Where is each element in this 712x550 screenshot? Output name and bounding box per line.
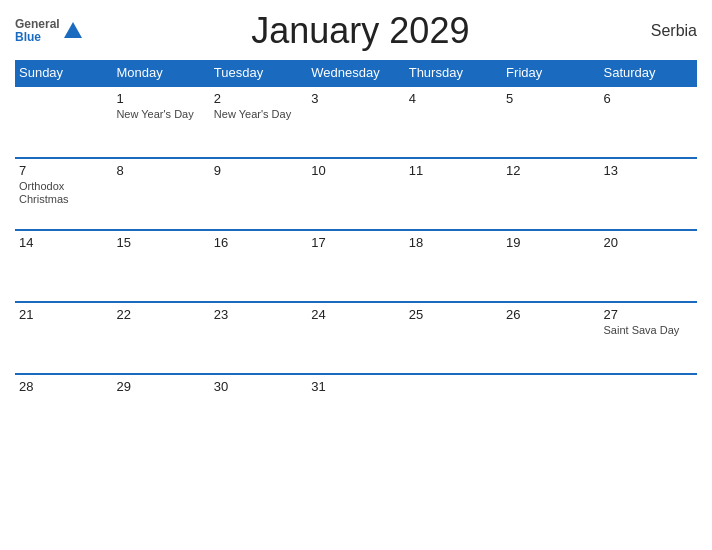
- day-cell: 19: [502, 230, 599, 302]
- day-cell: 3: [307, 86, 404, 158]
- calendar-title: January 2029: [84, 10, 637, 52]
- day-number: 28: [19, 379, 108, 394]
- day-number: 16: [214, 235, 303, 250]
- logo-blue-text: Blue: [15, 31, 60, 44]
- day-number: 20: [604, 235, 693, 250]
- holiday-name: Saint Sava Day: [604, 324, 693, 337]
- day-number: 2: [214, 91, 303, 106]
- day-cell: 31: [307, 374, 404, 446]
- weekday-header-wednesday: Wednesday: [307, 60, 404, 86]
- day-cell: 9: [210, 158, 307, 230]
- day-number: 4: [409, 91, 498, 106]
- day-cell: 22: [112, 302, 209, 374]
- week-row-2: 7Orthodox Christmas8910111213: [15, 158, 697, 230]
- day-number: 11: [409, 163, 498, 178]
- day-number: 27: [604, 307, 693, 322]
- day-cell: 7Orthodox Christmas: [15, 158, 112, 230]
- day-cell: 30: [210, 374, 307, 446]
- holiday-name: Orthodox Christmas: [19, 180, 108, 206]
- day-cell: 26: [502, 302, 599, 374]
- day-cell: 23: [210, 302, 307, 374]
- day-cell: [15, 86, 112, 158]
- day-number: 12: [506, 163, 595, 178]
- day-cell: 14: [15, 230, 112, 302]
- day-number: 26: [506, 307, 595, 322]
- day-number: 6: [604, 91, 693, 106]
- weekday-header-monday: Monday: [112, 60, 209, 86]
- day-cell: 15: [112, 230, 209, 302]
- weekday-header-tuesday: Tuesday: [210, 60, 307, 86]
- day-cell: 29: [112, 374, 209, 446]
- holiday-name: New Year's Day: [214, 108, 303, 121]
- day-cell: 10: [307, 158, 404, 230]
- weekday-header-row: SundayMondayTuesdayWednesdayThursdayFrid…: [15, 60, 697, 86]
- day-cell: [502, 374, 599, 446]
- day-number: 18: [409, 235, 498, 250]
- day-number: 17: [311, 235, 400, 250]
- day-cell: 8: [112, 158, 209, 230]
- day-number: 14: [19, 235, 108, 250]
- day-cell: 16: [210, 230, 307, 302]
- day-cell: [600, 374, 697, 446]
- day-cell: 11: [405, 158, 502, 230]
- calendar-container: General Blue January 2029 Serbia SundayM…: [0, 0, 712, 550]
- country-label: Serbia: [637, 22, 697, 40]
- day-number: 15: [116, 235, 205, 250]
- day-cell: 18: [405, 230, 502, 302]
- day-number: 5: [506, 91, 595, 106]
- day-cell: 4: [405, 86, 502, 158]
- weekday-header-sunday: Sunday: [15, 60, 112, 86]
- week-row-5: 28293031: [15, 374, 697, 446]
- day-number: 13: [604, 163, 693, 178]
- day-cell: [405, 374, 502, 446]
- weekday-header-thursday: Thursday: [405, 60, 502, 86]
- day-cell: 6: [600, 86, 697, 158]
- day-cell: 20: [600, 230, 697, 302]
- day-number: 24: [311, 307, 400, 322]
- day-number: 25: [409, 307, 498, 322]
- week-row-3: 14151617181920: [15, 230, 697, 302]
- logo: General Blue: [15, 18, 84, 44]
- day-number: 29: [116, 379, 205, 394]
- day-cell: 28: [15, 374, 112, 446]
- day-number: 30: [214, 379, 303, 394]
- day-number: 7: [19, 163, 108, 178]
- day-number: 21: [19, 307, 108, 322]
- calendar-table: SundayMondayTuesdayWednesdayThursdayFrid…: [15, 60, 697, 446]
- weekday-header-saturday: Saturday: [600, 60, 697, 86]
- day-cell: 5: [502, 86, 599, 158]
- day-cell: 27Saint Sava Day: [600, 302, 697, 374]
- day-number: 22: [116, 307, 205, 322]
- day-cell: 1New Year's Day: [112, 86, 209, 158]
- day-cell: 25: [405, 302, 502, 374]
- weekday-header-friday: Friday: [502, 60, 599, 86]
- day-number: 31: [311, 379, 400, 394]
- week-row-1: 1New Year's Day2New Year's Day3456: [15, 86, 697, 158]
- svg-marker-0: [64, 22, 82, 38]
- day-number: 19: [506, 235, 595, 250]
- day-cell: 24: [307, 302, 404, 374]
- calendar-header: General Blue January 2029 Serbia: [15, 10, 697, 52]
- day-number: 23: [214, 307, 303, 322]
- week-row-4: 21222324252627Saint Sava Day: [15, 302, 697, 374]
- day-cell: 12: [502, 158, 599, 230]
- day-cell: 17: [307, 230, 404, 302]
- holiday-name: New Year's Day: [116, 108, 205, 121]
- day-number: 3: [311, 91, 400, 106]
- day-number: 1: [116, 91, 205, 106]
- logo-icon: [62, 20, 84, 42]
- day-cell: 13: [600, 158, 697, 230]
- day-number: 8: [116, 163, 205, 178]
- day-cell: 2New Year's Day: [210, 86, 307, 158]
- day-cell: 21: [15, 302, 112, 374]
- day-number: 9: [214, 163, 303, 178]
- day-number: 10: [311, 163, 400, 178]
